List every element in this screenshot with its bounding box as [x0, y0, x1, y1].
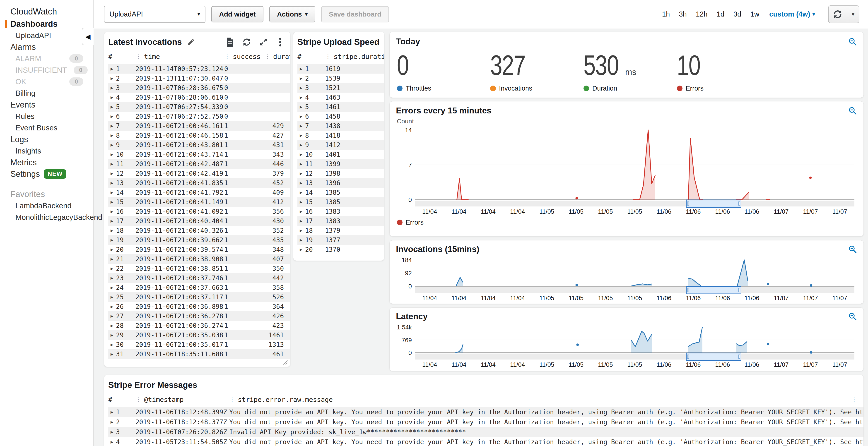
- row-expand-icon[interactable]: ▶: [111, 294, 113, 300]
- stripe-upload-row[interactable]: ▶21539: [298, 73, 384, 83]
- row-expand-icon[interactable]: ▶: [300, 218, 302, 224]
- row-expand-icon[interactable]: ▶: [111, 285, 113, 290]
- refresh-icon[interactable]: [242, 38, 251, 46]
- sidebar-item-event-buses[interactable]: Event Buses: [0, 122, 93, 134]
- widget-resize-handle[interactable]: [281, 358, 288, 365]
- invocation-row[interactable]: ▶192019-11-06T21:00:39.662Z1435: [108, 235, 290, 245]
- row-expand-icon[interactable]: ▶: [111, 275, 113, 281]
- sidebar-item-insights[interactable]: Insights: [0, 145, 93, 157]
- time-brush[interactable]: [686, 286, 741, 294]
- row-expand-icon[interactable]: ▶: [111, 152, 113, 157]
- row-expand-icon[interactable]: ▶: [111, 75, 113, 81]
- save-dashboard-button[interactable]: Save dashboard: [321, 6, 389, 23]
- invocation-row[interactable]: ▶52019-11-07T06:27:54.339Z0: [108, 102, 290, 112]
- row-expand-icon[interactable]: ▶: [111, 114, 113, 119]
- stripe-upload-row[interactable]: ▶41463: [298, 93, 384, 102]
- time-range-3h[interactable]: 3h: [679, 10, 687, 18]
- brush-handle-right[interactable]: [738, 202, 740, 205]
- row-expand-icon[interactable]: ▶: [111, 104, 113, 109]
- row-expand-icon[interactable]: ▶: [111, 304, 113, 309]
- invocation-row[interactable]: ▶112019-11-06T21:00:42.487Z1446: [108, 159, 290, 169]
- sidebar-item-rules[interactable]: Rules: [0, 110, 93, 122]
- row-expand-icon[interactable]: ▶: [300, 66, 302, 71]
- invocation-row[interactable]: ▶162019-11-06T21:00:41.092Z1356: [108, 207, 290, 216]
- row-expand-icon[interactable]: ▶: [300, 228, 302, 233]
- sidebar-item-metrics[interactable]: Metrics: [0, 157, 93, 168]
- brush-handle-left[interactable]: [687, 355, 689, 358]
- row-expand-icon[interactable]: ▶: [111, 351, 113, 357]
- sidebar-item-dashboards[interactable]: Dashboards: [0, 18, 93, 30]
- sidebar-item-logs[interactable]: Logs: [0, 134, 93, 145]
- edit-title-pencil-icon[interactable]: [186, 38, 195, 46]
- row-expand-icon[interactable]: ▶: [300, 180, 302, 186]
- invocation-row[interactable]: ▶172019-11-06T21:00:40.404Z1430: [108, 216, 290, 226]
- row-expand-icon[interactable]: ▶: [111, 409, 113, 415]
- row-expand-icon[interactable]: ▶: [111, 85, 113, 91]
- row-expand-icon[interactable]: ▶: [111, 439, 113, 445]
- refresh-button[interactable]: [829, 6, 847, 23]
- row-expand-icon[interactable]: ▶: [300, 209, 302, 214]
- row-expand-icon[interactable]: ▶: [111, 323, 113, 328]
- row-expand-icon[interactable]: ▶: [300, 142, 302, 148]
- zoom-out-magnifier-icon[interactable]: [848, 245, 857, 254]
- stripe-error-row[interactable]: ▶12019-11-06T18:12:48.399ZYou did not pr…: [108, 407, 864, 417]
- row-expand-icon[interactable]: ▶: [300, 190, 302, 195]
- invocation-row[interactable]: ▶302019-11-06T21:00:35.017Z11313: [108, 340, 290, 349]
- widget-menu-kebab-icon[interactable]: [276, 38, 285, 46]
- invocation-row[interactable]: ▶152019-11-06T21:00:41.149Z1412: [108, 197, 290, 207]
- invocation-row[interactable]: ▶122019-11-06T21:00:42.419Z1379: [108, 169, 290, 178]
- stripe-upload-row[interactable]: ▶11619: [298, 64, 384, 73]
- row-expand-icon[interactable]: ▶: [300, 152, 302, 157]
- stripe-upload-row[interactable]: ▶151385: [298, 197, 384, 207]
- view-logs-icon[interactable]: [225, 38, 235, 46]
- expand-widget-icon[interactable]: [259, 38, 268, 46]
- row-expand-icon[interactable]: ▶: [111, 180, 113, 186]
- stripe-upload-row[interactable]: ▶111399: [298, 159, 384, 169]
- sidebar-collapse-button[interactable]: ◀: [82, 28, 94, 45]
- invocation-row[interactable]: ▶272019-11-06T21:00:36.278Z1426: [108, 311, 290, 321]
- time-scrub-track[interactable]: [415, 287, 855, 293]
- row-expand-icon[interactable]: ▶: [111, 266, 113, 271]
- stripe-error-row[interactable]: ▶42019-11-05T23:11:54.505ZYou did not pr…: [108, 437, 864, 446]
- invocation-row[interactable]: ▶102019-11-06T21:00:43.714Z1343: [108, 150, 290, 159]
- invocation-row[interactable]: ▶202019-11-06T21:00:39.574Z1348: [108, 245, 290, 254]
- row-expand-icon[interactable]: ▶: [300, 199, 302, 205]
- stripe-upload-row[interactable]: ▶61458: [298, 112, 384, 121]
- row-expand-icon[interactable]: ▶: [111, 313, 113, 319]
- row-expand-icon[interactable]: ▶: [111, 247, 113, 252]
- time-range-12h[interactable]: 12h: [696, 10, 708, 18]
- row-expand-icon[interactable]: ▶: [300, 247, 302, 252]
- stripe-upload-row[interactable]: ▶141385: [298, 188, 384, 197]
- sidebar-item-alarms[interactable]: Alarms: [0, 41, 93, 53]
- time-scrub-track[interactable]: [415, 200, 855, 206]
- row-expand-icon[interactable]: ▶: [300, 237, 302, 243]
- row-expand-icon[interactable]: ▶: [111, 209, 113, 214]
- invocation-row[interactable]: ▶252019-11-06T21:00:37.117Z1526: [108, 292, 290, 302]
- row-expand-icon[interactable]: ▶: [111, 161, 113, 167]
- invocation-row[interactable]: ▶42019-11-07T06:28:06.610Z0: [108, 93, 290, 102]
- row-expand-icon[interactable]: ▶: [300, 95, 302, 100]
- brush-handle-left[interactable]: [687, 202, 689, 205]
- stripe-upload-row[interactable]: ▶191377: [298, 235, 384, 245]
- invocation-row[interactable]: ▶32019-11-07T06:28:36.675Z0: [108, 83, 290, 93]
- row-expand-icon[interactable]: ▶: [111, 419, 113, 425]
- stripe-upload-row[interactable]: ▶171383: [298, 216, 384, 226]
- row-expand-icon[interactable]: ▶: [111, 95, 113, 100]
- time-range-1w[interactable]: 1w: [750, 10, 759, 18]
- sidebar-item-uploadapi[interactable]: UploadAPI: [0, 30, 93, 41]
- row-expand-icon[interactable]: ▶: [111, 332, 113, 338]
- sidebar-item-monolithiclegacybackend[interactable]: MonolithicLegacyBackend: [0, 212, 93, 223]
- row-expand-icon[interactable]: ▶: [111, 228, 113, 233]
- row-expand-icon[interactable]: ▶: [111, 218, 113, 224]
- row-expand-icon[interactable]: ▶: [111, 199, 113, 205]
- sidebar-item-ok[interactable]: OK0: [0, 76, 83, 87]
- row-expand-icon[interactable]: ▶: [111, 133, 113, 138]
- time-range-3d[interactable]: 3d: [734, 10, 741, 18]
- zoom-out-magnifier-icon[interactable]: [848, 37, 857, 46]
- row-expand-icon[interactable]: ▶: [111, 171, 113, 176]
- refresh-options-button[interactable]: ▾: [847, 6, 859, 23]
- sidebar-item-lambdabackend[interactable]: LambdaBackend: [0, 200, 93, 212]
- sidebar-item-alarm[interactable]: ALARM0: [0, 53, 83, 64]
- stripe-error-row[interactable]: ▶32019-11-06T07:26:20.826ZInvalid API Ke…: [108, 427, 864, 437]
- invocation-row[interactable]: ▶312019-11-06T18:35:11.688Z1461: [108, 349, 290, 359]
